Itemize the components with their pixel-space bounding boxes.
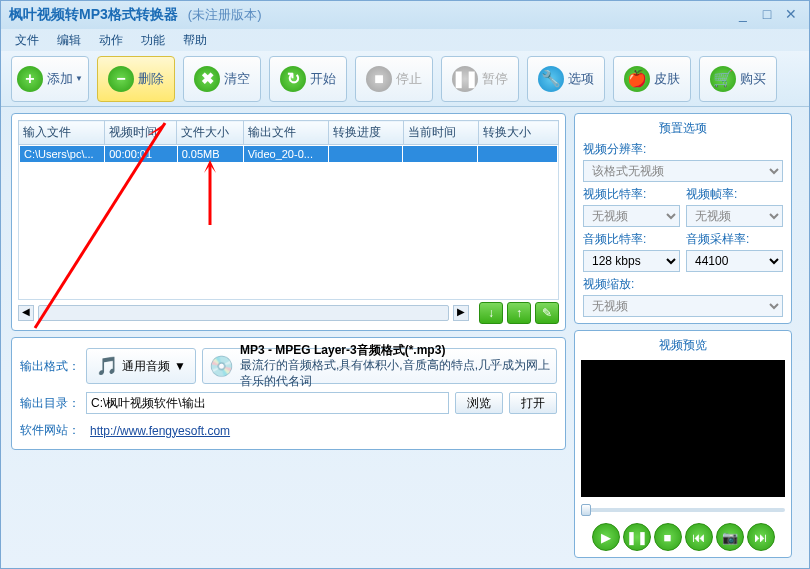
audio-sample-select[interactable]: 44100 xyxy=(686,250,783,272)
site-label: 软件网站： xyxy=(20,422,80,439)
video-scale-select[interactable]: 无视频 xyxy=(583,295,783,317)
maximize-button[interactable]: □ xyxy=(757,7,777,23)
menu-edit[interactable]: 编辑 xyxy=(49,30,89,51)
browse-button[interactable]: 浏览 xyxy=(455,392,503,414)
preset-title: 预置选项 xyxy=(583,120,783,137)
preset-panel: 预置选项 视频分辨率: 该格式无视频 视频比特率: 无视频 视频帧率: 无视频 … xyxy=(574,113,792,324)
menu-help[interactable]: 帮助 xyxy=(175,30,215,51)
video-res-select[interactable]: 该格式无视频 xyxy=(583,160,783,182)
site-link[interactable]: http://www.fengyesoft.com xyxy=(90,424,230,438)
pause-icon: ❚❚ xyxy=(452,66,478,92)
clear-icon: ✖ xyxy=(194,66,220,92)
audio-bitrate-label: 音频比特率: xyxy=(583,231,680,248)
move-up-button[interactable]: ↑ xyxy=(507,302,531,324)
stop-preview-button[interactable]: ■ xyxy=(654,523,682,551)
snapshot-button[interactable]: 📷 xyxy=(716,523,744,551)
skin-button[interactable]: 🍎皮肤 xyxy=(613,56,691,102)
video-scale-label: 视频缩放: xyxy=(583,276,783,293)
col-input[interactable]: 输入文件 xyxy=(19,121,105,145)
clear-button[interactable]: ✖清空 xyxy=(183,56,261,102)
wrench-icon: 🔧 xyxy=(538,66,564,92)
preview-panel: 视频预览 ▶ ❚❚ ■ ⏮ 📷 ⏭ xyxy=(574,330,792,558)
preview-slider[interactable] xyxy=(581,503,785,517)
table-row[interactable]: C:\Users\pc\... 00:00:01 0.05MB Video_20… xyxy=(20,146,558,163)
output-dir-input[interactable] xyxy=(86,392,449,414)
file-table[interactable]: 输入文件 视频时间 文件大小 输出文件 转换进度 当前时间 转换大小 xyxy=(18,120,559,145)
start-button[interactable]: ↻开始 xyxy=(269,56,347,102)
dropdown-icon: ▼ xyxy=(75,74,83,83)
move-down-button[interactable]: ↓ xyxy=(479,302,503,324)
scroll-left[interactable]: ◀ xyxy=(18,305,34,321)
app-subtitle: (未注册版本) xyxy=(188,6,262,24)
menu-file[interactable]: 文件 xyxy=(7,30,47,51)
video-res-label: 视频分辨率: xyxy=(583,141,783,158)
options-button[interactable]: 🔧选项 xyxy=(527,56,605,102)
minus-icon: − xyxy=(108,66,134,92)
plus-icon: + xyxy=(17,66,43,92)
menubar: 文件 编辑 动作 功能 帮助 xyxy=(1,29,809,51)
col-progress[interactable]: 转换进度 xyxy=(329,121,404,145)
stop-icon: ■ xyxy=(366,66,392,92)
apple-icon: 🍎 xyxy=(624,66,650,92)
col-size[interactable]: 文件大小 xyxy=(177,121,243,145)
video-bitrate-select[interactable]: 无视频 xyxy=(583,205,680,227)
menu-action[interactable]: 动作 xyxy=(91,30,131,51)
open-button[interactable]: 打开 xyxy=(509,392,557,414)
audio-bitrate-select[interactable]: 128 kbps xyxy=(583,250,680,272)
col-time[interactable]: 视频时间 xyxy=(104,121,177,145)
output-panel: 输出格式： 🎵 通用音频 ▼ 💿 MP3 - MPEG Layer-3音频格式(… xyxy=(11,337,566,450)
video-fps-label: 视频帧率: xyxy=(686,186,783,203)
col-curtime[interactable]: 当前时间 xyxy=(403,121,478,145)
output-dir-label: 输出目录： xyxy=(20,395,80,412)
output-format-label: 输出格式： xyxy=(20,358,80,375)
format-description: 💿 MP3 - MPEG Layer-3音频格式(*.mp3)最流行的音频格式,… xyxy=(202,348,557,384)
next-frame-button[interactable]: ⏭ xyxy=(747,523,775,551)
pause-button[interactable]: ❚❚暂停 xyxy=(441,56,519,102)
preview-title: 视频预览 xyxy=(581,337,785,354)
delete-button[interactable]: −删除 xyxy=(97,56,175,102)
music-note-icon: 🎵 xyxy=(96,355,118,377)
add-button[interactable]: +添加▼ xyxy=(11,56,89,102)
stop-button[interactable]: ■停止 xyxy=(355,56,433,102)
toolbar: +添加▼ −删除 ✖清空 ↻开始 ■停止 ❚❚暂停 🔧选项 🍎皮肤 🛒购买 xyxy=(1,51,809,107)
scrollbar[interactable] xyxy=(38,305,449,321)
minimize-button[interactable]: _ xyxy=(733,7,753,23)
refresh-icon: ↻ xyxy=(280,66,306,92)
buy-button[interactable]: 🛒购买 xyxy=(699,56,777,102)
file-list-panel: 输入文件 视频时间 文件大小 输出文件 转换进度 当前时间 转换大小 C:\Us… xyxy=(11,113,566,331)
prev-frame-button[interactable]: ⏮ xyxy=(685,523,713,551)
cart-icon: 🛒 xyxy=(710,66,736,92)
app-title: 枫叶视频转MP3格式转换器 xyxy=(9,6,178,24)
disc-icon: 💿 xyxy=(209,354,234,378)
scroll-right[interactable]: ▶ xyxy=(453,305,469,321)
col-convsize[interactable]: 转换大小 xyxy=(478,121,558,145)
pause-preview-button[interactable]: ❚❚ xyxy=(623,523,651,551)
video-fps-select[interactable]: 无视频 xyxy=(686,205,783,227)
video-bitrate-label: 视频比特率: xyxy=(583,186,680,203)
edit-button[interactable]: ✎ xyxy=(535,302,559,324)
audio-sample-label: 音频采样率: xyxy=(686,231,783,248)
play-button[interactable]: ▶ xyxy=(592,523,620,551)
titlebar: 枫叶视频转MP3格式转换器 (未注册版本) _ □ ✕ xyxy=(1,1,809,29)
menu-function[interactable]: 功能 xyxy=(133,30,173,51)
output-format-button[interactable]: 🎵 通用音频 ▼ xyxy=(86,348,196,384)
close-button[interactable]: ✕ xyxy=(781,7,801,23)
preview-video[interactable] xyxy=(581,360,785,497)
dropdown-icon: ▼ xyxy=(174,359,186,373)
col-output[interactable]: 输出文件 xyxy=(243,121,329,145)
